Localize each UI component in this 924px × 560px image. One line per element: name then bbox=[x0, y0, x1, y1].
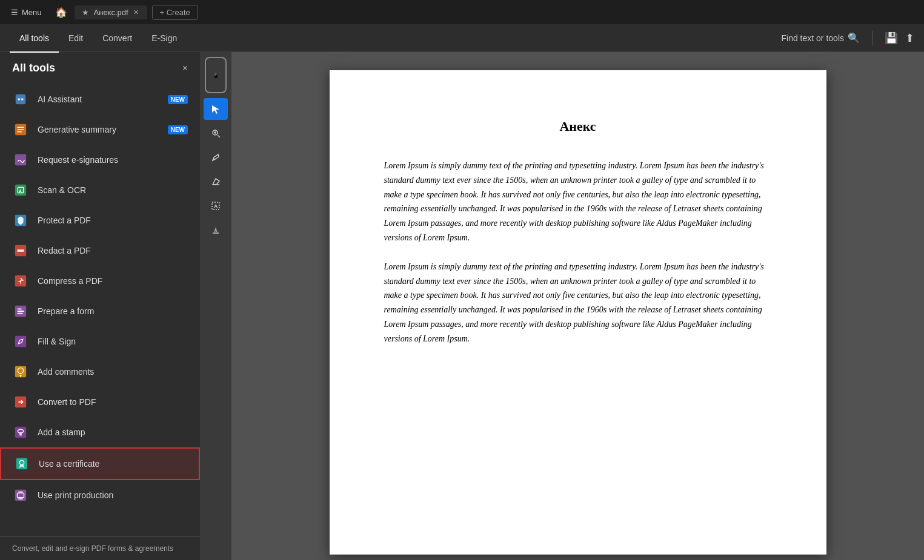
toolbar-divider bbox=[872, 31, 872, 45]
sidebar-item-convert-pdf[interactable]: Convert to PDF bbox=[0, 387, 200, 417]
add-stamp-label: Add a stamp bbox=[38, 427, 188, 437]
eraser-tool[interactable] bbox=[204, 171, 228, 193]
scan-ocr-icon: A bbox=[12, 182, 29, 199]
document-page: Анекс Lorem Ipsum is simply dummy text o… bbox=[330, 70, 826, 555]
svg-text:A: A bbox=[19, 189, 22, 193]
add-comments-label: Add comments bbox=[38, 367, 188, 377]
add-comments-icon bbox=[12, 363, 29, 380]
zoom-tool[interactable] bbox=[204, 122, 228, 144]
svg-point-1 bbox=[18, 98, 20, 100]
svg-line-33 bbox=[218, 135, 220, 137]
sidebar-item-request-esignatures[interactable]: Request e-signatures bbox=[0, 145, 200, 175]
convert-pdf-label: Convert to PDF bbox=[38, 397, 188, 407]
use-print-production-label: Use print production bbox=[38, 490, 188, 500]
svg-rect-31 bbox=[18, 498, 22, 500]
ai-assistant-icon bbox=[12, 91, 29, 108]
sidebar-items: AI Assistant NEW Generative summary NEW … bbox=[0, 82, 200, 536]
sidebar-item-ai-assistant[interactable]: AI Assistant NEW bbox=[0, 84, 200, 114]
svg-point-2 bbox=[21, 98, 24, 100]
sidebar: All tools × AI Assistant NEW Generative … bbox=[0, 52, 200, 560]
use-certificate-icon bbox=[13, 455, 30, 472]
document-title: Анекс bbox=[384, 119, 772, 134]
svg-rect-17 bbox=[18, 311, 24, 312]
text-select-tool[interactable]: A bbox=[204, 195, 228, 217]
svg-rect-16 bbox=[18, 308, 22, 309]
prepare-form-label: Prepare a form bbox=[38, 306, 188, 316]
redact-pdf-label: Redact a PDF bbox=[38, 246, 188, 255]
highlight-tool[interactable] bbox=[204, 219, 228, 241]
sidebar-footer: Convert, edit and e-sign PDF forms & agr… bbox=[0, 536, 200, 560]
svg-rect-13 bbox=[18, 249, 24, 252]
svg-rect-30 bbox=[18, 492, 22, 493]
sidebar-item-use-certificate[interactable]: Use a certificate bbox=[0, 447, 200, 480]
sidebar-item-scan-ocr[interactable]: A Scan & OCR bbox=[0, 175, 200, 205]
sidebar-title: All tools bbox=[12, 62, 55, 74]
sidebar-item-generative-summary[interactable]: Generative summary NEW bbox=[0, 114, 200, 145]
sidebar-item-fill-sign[interactable]: Fill & Sign bbox=[0, 326, 200, 357]
fill-sign-label: Fill & Sign bbox=[38, 337, 188, 346]
home-icon: 🏠 bbox=[55, 7, 67, 18]
fill-sign-icon bbox=[12, 333, 29, 350]
svg-rect-26 bbox=[16, 458, 27, 469]
toolbar-right: Find text or tools 🔍 💾 ⬆ bbox=[782, 31, 915, 45]
toolbar: All tools Edit Convert E-Sign Find text … bbox=[0, 24, 924, 52]
menu-label: Menu bbox=[22, 8, 42, 17]
svg-rect-0 bbox=[16, 94, 26, 105]
sidebar-close-button[interactable]: × bbox=[182, 63, 188, 74]
pen-tool[interactable] bbox=[204, 147, 228, 168]
sidebar-item-protect-pdf[interactable]: Protect a PDF bbox=[0, 205, 200, 236]
request-esignatures-label: Request e-signatures bbox=[38, 155, 188, 165]
sidebar-header: All tools × bbox=[0, 52, 200, 82]
tab-close-button[interactable]: ✕ bbox=[133, 8, 139, 16]
main-layout: All tools × AI Assistant NEW Generative … bbox=[0, 52, 924, 560]
protect-pdf-icon bbox=[12, 212, 29, 229]
document-paragraph-1: Lorem Ipsum is simply dummy text of the … bbox=[384, 159, 772, 245]
sidebar-item-redact-pdf[interactable]: Redact a PDF bbox=[0, 236, 200, 266]
footer-text: Convert, edit and e-sign PDF forms & agr… bbox=[12, 544, 173, 553]
protect-pdf-label: Protect a PDF bbox=[38, 216, 188, 225]
ai-assistant-label: AI Assistant bbox=[38, 94, 159, 104]
nav-edit[interactable]: Edit bbox=[59, 28, 93, 48]
sidebar-item-add-stamp[interactable]: Add a stamp bbox=[0, 417, 200, 447]
generative-summary-label: Generative summary bbox=[38, 125, 159, 134]
generative-summary-icon bbox=[12, 121, 29, 138]
phone-icon: 📱 bbox=[212, 72, 219, 79]
create-button[interactable]: + Create bbox=[152, 5, 198, 20]
tool-column: 📱 A bbox=[200, 52, 231, 560]
use-certificate-label: Use a certificate bbox=[39, 459, 187, 469]
menu-button[interactable]: ☰ Menu bbox=[5, 5, 48, 19]
find-label: Find text or tools bbox=[782, 33, 845, 43]
home-button[interactable]: 🏠 bbox=[50, 4, 72, 21]
generative-summary-badge: NEW bbox=[168, 125, 188, 134]
sidebar-item-prepare-form[interactable]: Prepare a form bbox=[0, 296, 200, 326]
svg-rect-19 bbox=[15, 336, 26, 347]
request-esignatures-icon bbox=[12, 151, 29, 168]
upload-button[interactable]: ⬆ bbox=[905, 31, 914, 45]
active-tab[interactable]: ★ Анекс.pdf ✕ bbox=[75, 5, 147, 19]
search-icon: 🔍 bbox=[848, 32, 860, 44]
cursor-tool[interactable] bbox=[204, 98, 228, 120]
svg-rect-18 bbox=[18, 313, 23, 314]
title-bar: ☰ Menu 🏠 ★ Анекс.pdf ✕ + Create bbox=[0, 0, 924, 24]
sidebar-item-add-comments[interactable]: Add comments bbox=[0, 357, 200, 387]
create-label: + Create bbox=[160, 8, 190, 17]
svg-rect-23 bbox=[15, 427, 26, 438]
add-stamp-icon bbox=[12, 424, 29, 441]
nav-esign[interactable]: E-Sign bbox=[142, 28, 187, 48]
star-icon: ★ bbox=[82, 8, 89, 17]
save-button[interactable]: 💾 bbox=[885, 31, 898, 45]
ai-assistant-badge: NEW bbox=[168, 95, 188, 104]
sidebar-item-use-print-production[interactable]: Use print production bbox=[0, 480, 200, 510]
compress-pdf-icon bbox=[12, 272, 29, 289]
prepare-form-icon bbox=[12, 303, 29, 320]
document-area: Анекс Lorem Ipsum is simply dummy text o… bbox=[231, 52, 924, 560]
scan-ocr-label: Scan & OCR bbox=[38, 185, 188, 195]
hamburger-icon: ☰ bbox=[11, 8, 18, 17]
nav-all-tools[interactable]: All tools bbox=[10, 28, 59, 48]
toolbar-nav: All tools Edit Convert E-Sign bbox=[10, 28, 187, 48]
redact-pdf-icon bbox=[12, 242, 29, 259]
nav-convert[interactable]: Convert bbox=[93, 28, 142, 48]
use-print-production-icon bbox=[12, 487, 29, 504]
sidebar-item-compress-pdf[interactable]: Compress a PDF bbox=[0, 266, 200, 296]
find-text-button[interactable]: Find text or tools 🔍 bbox=[782, 32, 860, 44]
